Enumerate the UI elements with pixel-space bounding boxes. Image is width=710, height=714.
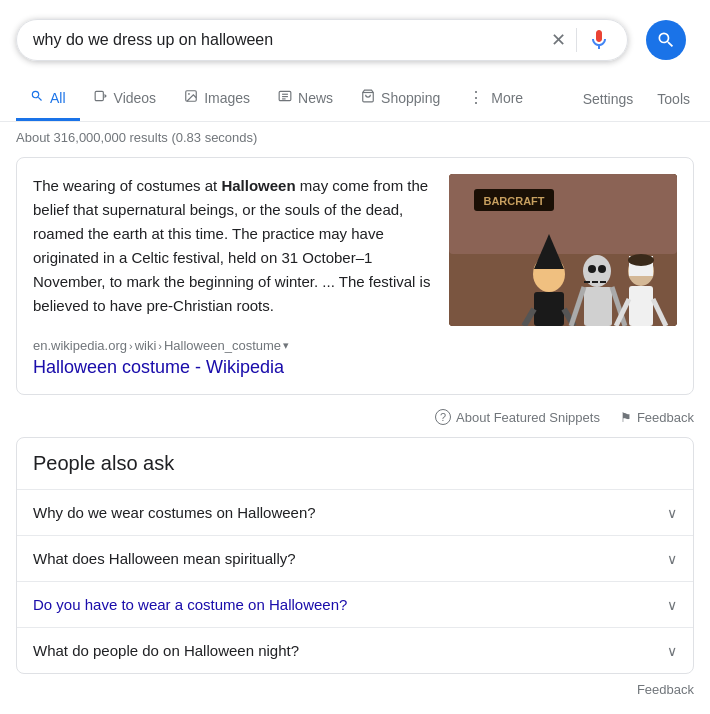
costume-figures: BARCRAFT xyxy=(449,174,677,326)
snippet-image-bg: BARCRAFT BARCRAFT xyxy=(449,174,677,326)
chevron-down-icon-0: ∨ xyxy=(667,505,677,521)
snippet-source: en.wikipedia.org › wiki › Halloween_cost… xyxy=(33,338,677,353)
news-nav-icon xyxy=(278,89,292,106)
search-bar-container: ✕ xyxy=(0,0,710,64)
chevron-down-icon-3: ∨ xyxy=(667,643,677,659)
tab-videos[interactable]: Videos xyxy=(80,77,171,121)
nav-right: Settings Tools xyxy=(579,79,694,119)
svg-rect-23 xyxy=(600,281,606,283)
search-button-icon xyxy=(656,30,676,50)
chevron-down-icon-2: ∨ xyxy=(667,597,677,613)
search-nav-icon xyxy=(30,89,44,106)
svg-point-19 xyxy=(588,265,596,273)
svg-rect-14 xyxy=(534,292,564,326)
paa-item-0[interactable]: Why do we wear costumes on Halloween? ∨ xyxy=(17,489,693,535)
svg-marker-1 xyxy=(104,94,106,99)
svg-rect-21 xyxy=(584,281,590,283)
search-bar: ✕ xyxy=(16,19,628,61)
search-icons: ✕ xyxy=(551,28,611,52)
snippet-text-bold: Halloween xyxy=(221,177,295,194)
svg-point-3 xyxy=(188,93,190,95)
paa-item-2[interactable]: Do you have to wear a costume on Hallowe… xyxy=(17,581,693,627)
image-nav-icon xyxy=(184,89,198,106)
paa-item-1[interactable]: What does Halloween mean spiritually? ∨ xyxy=(17,535,693,581)
crumb-arrow-2: › xyxy=(158,340,162,352)
nav-left: All Videos Images News Shopping xyxy=(16,76,579,121)
snippet-image: BARCRAFT BARCRAFT xyxy=(449,174,677,326)
tab-all-label: All xyxy=(50,90,66,106)
dropdown-arrow-icon[interactable]: ▾ xyxy=(283,339,289,352)
shopping-nav-icon xyxy=(361,89,375,106)
svg-rect-0 xyxy=(95,91,103,100)
about-icon: ? xyxy=(435,409,451,425)
video-nav-icon xyxy=(94,89,108,106)
crumb-arrow-1: › xyxy=(129,340,133,352)
svg-rect-24 xyxy=(584,287,612,326)
nav-tabs: All Videos Images News Shopping xyxy=(0,72,710,122)
snippet-footer: ? About Featured Snippets ⚑ Feedback xyxy=(0,403,710,429)
search-button-bg xyxy=(646,20,686,60)
paa-section: People also ask Why do we wear costumes … xyxy=(16,437,694,674)
tab-news-label: News xyxy=(298,90,333,106)
source-path2: Halloween_costume xyxy=(164,338,281,353)
feedback-label: Feedback xyxy=(637,410,694,425)
results-info: About 316,000,000 results (0.83 seconds) xyxy=(0,122,710,153)
tab-shopping[interactable]: Shopping xyxy=(347,77,454,121)
snippet-text-after: may come from the belief that supernatur… xyxy=(33,177,430,314)
feedback-link[interactable]: ⚑ Feedback xyxy=(620,410,694,425)
svg-text:BARCRAFT: BARCRAFT xyxy=(483,195,544,207)
paa-question-0: Why do we wear costumes on Halloween? xyxy=(33,504,316,521)
close-icon[interactable]: ✕ xyxy=(551,29,566,51)
snippet-text-before: The wearing of costumes at xyxy=(33,177,221,194)
paa-question-1: What does Halloween mean spiritually? xyxy=(33,550,296,567)
bottom-feedback[interactable]: Feedback xyxy=(0,674,710,705)
tab-all[interactable]: All xyxy=(16,77,80,121)
source-path1: wiki xyxy=(135,338,157,353)
chevron-down-icon-1: ∨ xyxy=(667,551,677,567)
paa-question-2: Do you have to wear a costume on Hallowe… xyxy=(33,596,347,613)
search-input[interactable] xyxy=(33,31,551,49)
search-button[interactable] xyxy=(638,16,694,64)
tab-images[interactable]: Images xyxy=(170,77,264,121)
tab-shopping-label: Shopping xyxy=(381,90,440,106)
tab-videos-label: Videos xyxy=(114,90,157,106)
tab-more-label: More xyxy=(491,90,523,106)
tools-link[interactable]: Tools xyxy=(653,79,694,119)
snippet-content: The wearing of costumes at Halloween may… xyxy=(33,174,677,326)
paa-title: People also ask xyxy=(17,438,693,489)
paa-question-3: What do people do on Halloween night? xyxy=(33,642,299,659)
snippet-text: The wearing of costumes at Halloween may… xyxy=(33,174,433,326)
tab-more[interactable]: ⋮ More xyxy=(454,76,537,122)
flag-icon: ⚑ xyxy=(620,410,632,425)
svg-rect-10 xyxy=(449,174,677,254)
snippet-source-crumbs: en.wikipedia.org › wiki › Halloween_cost… xyxy=(33,338,289,353)
featured-snippet: The wearing of costumes at Halloween may… xyxy=(16,157,694,395)
svg-rect-28 xyxy=(629,286,653,326)
svg-rect-22 xyxy=(592,281,598,283)
divider xyxy=(576,28,577,52)
about-snippets-label: About Featured Snippets xyxy=(456,410,600,425)
more-nav-icon: ⋮ xyxy=(468,88,485,107)
settings-link[interactable]: Settings xyxy=(579,79,638,119)
tab-images-label: Images xyxy=(204,90,250,106)
svg-point-20 xyxy=(598,265,606,273)
tab-news[interactable]: News xyxy=(264,77,347,121)
source-domain: en.wikipedia.org xyxy=(33,338,127,353)
about-snippets-link[interactable]: ? About Featured Snippets xyxy=(435,409,600,425)
snippet-link[interactable]: Halloween costume - Wikipedia xyxy=(33,357,677,378)
paa-item-3[interactable]: What do people do on Halloween night? ∨ xyxy=(17,627,693,673)
svg-point-32 xyxy=(628,254,654,266)
mic-icon[interactable] xyxy=(587,28,611,52)
